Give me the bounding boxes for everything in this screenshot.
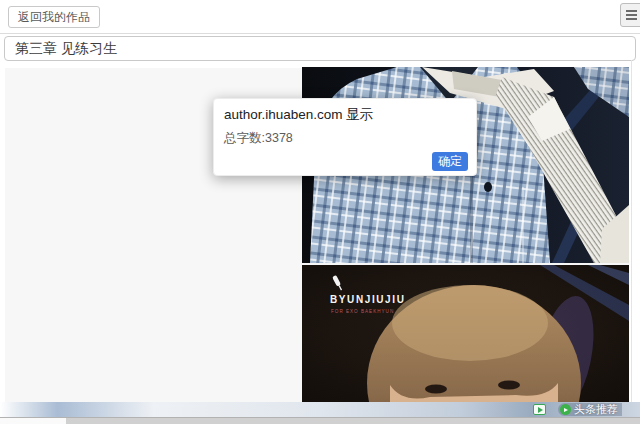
arrow-circle-icon [560, 404, 571, 415]
recommend-label: 头条推荐 [574, 402, 618, 417]
content-right-border [631, 60, 632, 402]
hamburger-icon [626, 10, 637, 12]
alert-source-title: author.ihuaben.com 显示 [224, 106, 373, 124]
taskbar-sliver [0, 417, 640, 424]
watermark-title: BYUNJIUJIU [330, 294, 405, 305]
watermark-subtitle: FOR EXO BAEKHYUN [331, 309, 394, 314]
toolbar-divider [0, 33, 640, 34]
taskbar-active-segment [0, 418, 66, 424]
shirt-button [484, 182, 492, 192]
alert-message: 总字数:3378 [224, 130, 293, 147]
alert-ok-button[interactable]: 确定 [432, 152, 468, 171]
menu-button[interactable] [620, 3, 640, 27]
chapter-title-input[interactable] [4, 36, 636, 61]
alert-dialog: author.ihuaben.com 显示 总字数:3378 确定 [213, 98, 477, 176]
photo2-canvas: BYUNJIUJIU FOR EXO BAEKHYUN [302, 265, 629, 402]
chapter-photo-baekhyun: BYUNJIUJIU FOR EXO BAEKHYUN [302, 265, 629, 402]
back-to-works-button[interactable]: 返回我的作品 [8, 6, 100, 28]
photo-frame-seam [522, 187, 524, 263]
play-icon [538, 407, 543, 413]
left-eye [425, 385, 447, 394]
right-eye [498, 381, 520, 390]
play-button[interactable] [533, 404, 546, 415]
hair-highlight [392, 285, 548, 361]
toutiao-recommend-badge[interactable]: 头条推荐 [558, 403, 622, 416]
